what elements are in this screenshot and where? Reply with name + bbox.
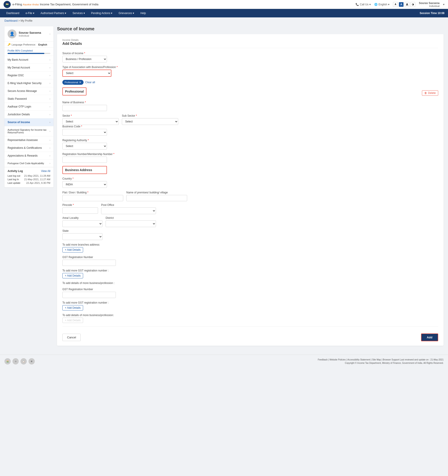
chevron-icon: › bbox=[50, 121, 50, 124]
registering-authority-group: Registering Authority * Select bbox=[62, 139, 438, 149]
country-group: Country * INDIA bbox=[62, 177, 438, 188]
progress-bar-fill bbox=[8, 53, 44, 54]
font-large-btn[interactable]: A bbox=[404, 2, 409, 7]
tab-professional[interactable]: Professional ✕ bbox=[62, 80, 83, 85]
add-gst-btn[interactable]: + Add Details bbox=[62, 273, 83, 278]
logo-efiling: e-Filing bbox=[12, 3, 22, 6]
area-locality-select[interactable] bbox=[62, 220, 102, 227]
footer-logo-4: 🏛 bbox=[28, 358, 35, 364]
action-row: Cancel Add bbox=[62, 331, 438, 341]
nav-services[interactable]: Services ▾ bbox=[70, 10, 87, 17]
delete-button[interactable]: 🗑 Delete bbox=[422, 90, 438, 96]
district-select[interactable] bbox=[105, 220, 156, 227]
lang-key-icon: 🔑 bbox=[8, 43, 11, 46]
sidebar-item-jurisdiction[interactable]: Jurisdiction Details› bbox=[5, 111, 54, 119]
registering-authority-select[interactable]: Select bbox=[62, 143, 107, 149]
gst-registration-label2: GST Registration Number bbox=[62, 288, 438, 291]
sidebar-item-appreciations[interactable]: Appreciations & Rewards› bbox=[5, 152, 54, 160]
nav-authorised-partners[interactable]: Authorised Partners ▾ bbox=[38, 10, 69, 17]
user-type: Individual bbox=[429, 5, 440, 7]
name-of-business-input[interactable] bbox=[62, 105, 107, 111]
copyright-text: Copyright © Income Tax Department, Minis… bbox=[318, 361, 443, 365]
logo-subtext: Aayakar Andaz bbox=[23, 3, 39, 6]
flat-premises-row: Flat / Door / Building * Name of premise… bbox=[62, 191, 187, 201]
clear-all-link[interactable]: Clear all bbox=[85, 81, 95, 84]
name-premises-input[interactable] bbox=[126, 195, 187, 201]
chevron-icon: › bbox=[50, 90, 50, 92]
nav-grievances[interactable]: Grievances ▾ bbox=[116, 10, 137, 17]
tab-close-icon[interactable]: ✕ bbox=[79, 81, 81, 84]
sidebar-item-my-bank-account[interactable]: My Bank Account› bbox=[5, 56, 54, 64]
session-time: Session Time 10:08 bbox=[420, 11, 444, 15]
country-select[interactable]: INDIA bbox=[62, 181, 107, 188]
sector-select[interactable]: Select bbox=[62, 118, 119, 125]
add-button[interactable]: Add bbox=[421, 334, 438, 341]
sidebar-item-registrations[interactable]: Registrations & Certifications› bbox=[5, 144, 54, 152]
language-selector[interactable]: 🌐 English ▾ bbox=[374, 3, 389, 6]
top-bar-right: 📞 Call Us ▾ 🌐 English ▾ A A A ◑ Sourav S… bbox=[355, 2, 444, 7]
business-code-group: Business Code * bbox=[62, 125, 438, 136]
sidebar-item-portugese[interactable]: Portugese Civil Code Applicability› bbox=[5, 160, 54, 167]
business-code-select[interactable] bbox=[62, 129, 107, 136]
nav-bar: Dashboard e-File ▾ Authorised Partners ▾… bbox=[0, 9, 448, 17]
add-branches-label: To add more branches address: bbox=[62, 243, 438, 246]
add-more-business-btn[interactable]: + Add Details bbox=[62, 318, 83, 323]
add-details-title: Add Details bbox=[62, 42, 438, 48]
sub-sector-select[interactable]: Select bbox=[122, 118, 178, 125]
lang-value: English bbox=[38, 43, 47, 46]
call-us-label: Call Us bbox=[360, 3, 368, 6]
cancel-button[interactable]: Cancel bbox=[62, 334, 81, 341]
nav-pending-actions[interactable]: Pending Actions ▾ bbox=[88, 10, 115, 17]
nav-efile[interactable]: e-File ▾ bbox=[23, 10, 37, 17]
state-select[interactable] bbox=[62, 233, 102, 240]
area-locality-group: Area/ Locality bbox=[62, 216, 102, 227]
delete-label: Delete bbox=[428, 91, 436, 95]
avatar: 👤 bbox=[8, 29, 17, 38]
pincode-postoffice-row: Pincode * Post Office bbox=[62, 204, 156, 214]
call-us[interactable]: 📞 Call Us ▾ bbox=[355, 3, 371, 6]
sidebar-item-representative[interactable]: Representative Assessee› bbox=[5, 136, 54, 144]
pincode-group: Pincode * bbox=[62, 204, 98, 214]
post-office-select[interactable] bbox=[101, 207, 156, 214]
profile-section[interactable]: 👤 Sourav Saxsena Individual › bbox=[5, 26, 54, 42]
registration-number-input[interactable] bbox=[62, 157, 107, 163]
sidebar-item-secure-access[interactable]: Secure Access Message› bbox=[5, 87, 54, 95]
footer-text: Feedback | Website Policies | Accessibil… bbox=[318, 358, 443, 365]
registration-number-label: Registration Number/Membership Number * bbox=[62, 153, 438, 156]
user-name: Sourav Saxsena bbox=[419, 2, 440, 5]
add-branches-btn[interactable]: + Add Details bbox=[62, 247, 83, 253]
language-pref: 🔑 Language Preference: English bbox=[5, 42, 54, 47]
sidebar-item-static-password[interactable]: Static Password› bbox=[5, 95, 54, 103]
nav-help[interactable]: Help bbox=[138, 10, 149, 17]
gst-registration-input[interactable] bbox=[62, 260, 116, 266]
nav-dashboard[interactable]: Dashboard bbox=[4, 10, 22, 17]
font-small-btn[interactable]: A bbox=[393, 2, 398, 7]
pincode-input[interactable] bbox=[62, 207, 98, 214]
source-of-income-select[interactable]: Business / Profession bbox=[62, 56, 107, 62]
font-mid-btn[interactable]: A bbox=[399, 2, 404, 7]
chevron-icon: › bbox=[50, 82, 50, 85]
sidebar-item-efiling-vault[interactable]: E-filing Vault-Higher Security› bbox=[5, 79, 54, 87]
flat-door-input[interactable] bbox=[62, 195, 123, 201]
type-of-association-group: Type of Association with Business/Profes… bbox=[62, 66, 438, 77]
feedback-text: Feedback | Website Policies | Accessibil… bbox=[318, 358, 443, 361]
state-label: State bbox=[62, 229, 438, 232]
add-gst-btn2[interactable]: + Add Details bbox=[62, 305, 83, 311]
view-all-link[interactable]: View All bbox=[41, 170, 50, 173]
sidebar-item-my-demat-account[interactable]: My Demat Account› bbox=[5, 64, 54, 72]
sidebar-item-register-dsc[interactable]: Register DSC› bbox=[5, 72, 54, 79]
type-of-association-select[interactable]: Select bbox=[62, 70, 111, 77]
required-marker: * bbox=[84, 52, 85, 55]
activity-row-logout: Last log out 21-May-2021, 11:28 AM bbox=[8, 174, 50, 177]
breadcrumb-separator: > bbox=[18, 19, 21, 22]
breadcrumb-home[interactable]: Dashboard bbox=[5, 19, 18, 22]
chevron-icon: › bbox=[50, 105, 50, 108]
sidebar-item-authorised-signatory[interactable]: Authorised Signatory for Income tax Retu… bbox=[5, 126, 54, 136]
sidebar-item-source-of-income[interactable]: Source of Income› bbox=[5, 119, 54, 126]
sidebar-item-aadhaar-otp[interactable]: Aadhaar OTP Login› bbox=[5, 103, 54, 111]
lang-chevron: ▾ bbox=[388, 3, 389, 6]
gst-registration-input2[interactable] bbox=[62, 292, 116, 298]
add-gst-label: To add more GST registration number : bbox=[62, 269, 438, 272]
progress-bar-bg bbox=[8, 53, 50, 54]
contrast-btn[interactable]: ◑ bbox=[410, 2, 415, 7]
